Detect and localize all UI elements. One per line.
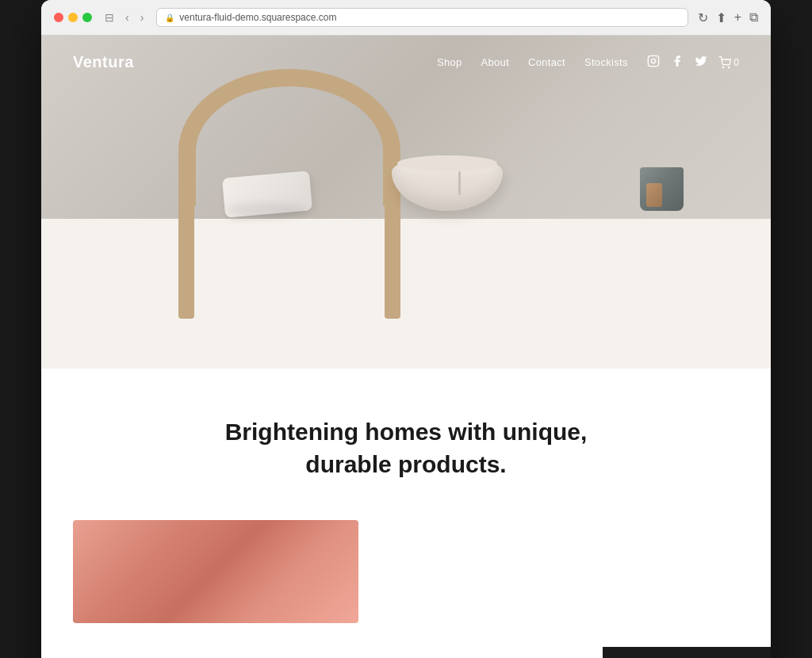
nav-stockists[interactable]: Stockists — [584, 56, 628, 68]
reload-button[interactable]: ↻ — [698, 10, 708, 25]
svg-point-1 — [651, 59, 655, 63]
browser-chrome: ⊟ ‹ › 🔒 ventura-fluid-demo.squarespace.c… — [41, 0, 771, 36]
minimize-button[interactable] — [68, 13, 78, 22]
browser-window: ⊟ ‹ › 🔒 ventura-fluid-demo.squarespace.c… — [41, 0, 771, 658]
mug-prop — [640, 167, 684, 219]
social-icons: 0 — [647, 55, 739, 70]
svg-point-4 — [728, 67, 729, 67]
website-content: Ventura Shop About Contact Stockists — [41, 36, 771, 658]
hero-section: Ventura Shop About Contact Stockists — [41, 36, 771, 369]
nav-about[interactable]: About — [481, 56, 509, 68]
forward-button[interactable]: › — [137, 10, 147, 25]
bowl-drip — [458, 171, 461, 195]
maximize-button[interactable] — [82, 13, 92, 22]
mug-body — [640, 167, 684, 211]
mug-accent — [646, 183, 662, 207]
squarespace-cta-button[interactable]: Create A Site Like This Free trial. Inst… — [603, 647, 771, 658]
product-image-pink — [73, 520, 358, 623]
cloth-prop — [224, 174, 319, 222]
windows-button[interactable]: ⧉ — [749, 10, 758, 25]
traffic-lights — [54, 13, 92, 22]
tagline: Brightening homes with unique, durable p… — [208, 416, 604, 480]
bowl-rim — [397, 155, 497, 171]
bowl-prop — [392, 155, 503, 219]
nav-contact[interactable]: Contact — [528, 56, 565, 68]
close-button[interactable] — [54, 13, 63, 22]
nav-shop[interactable]: Shop — [437, 56, 462, 68]
product-card-1[interactable] — [73, 520, 358, 623]
bowl-body — [392, 155, 503, 211]
chair-leg-left — [178, 194, 194, 319]
share-button[interactable]: ⬆ — [716, 10, 726, 25]
cart-icon[interactable]: 0 — [718, 55, 739, 69]
twitter-icon[interactable] — [695, 55, 707, 70]
site-header: Ventura Shop About Contact Stockists — [41, 36, 771, 89]
products-section — [41, 520, 771, 647]
address-bar[interactable]: 🔒 ventura-fluid-demo.squarespace.com — [156, 8, 688, 27]
back-button[interactable]: ‹ — [122, 10, 132, 25]
sidebar-toggle[interactable]: ⊟ — [102, 10, 117, 25]
instagram-icon[interactable] — [647, 55, 660, 70]
svg-point-3 — [722, 67, 723, 67]
site-nav: Shop About Contact Stockists — [437, 55, 739, 70]
featured-label: Featured — [546, 653, 587, 659]
url-display: ventura-fluid-demo.squarespace.com — [179, 12, 336, 23]
bottom-bar: Featured Create A Site Like This Free tr… — [41, 647, 771, 658]
browser-controls: ⊟ ‹ › — [102, 10, 147, 25]
tagline-section: Brightening homes with unique, durable p… — [41, 369, 771, 520]
facebook-icon[interactable] — [671, 55, 684, 70]
svg-rect-0 — [648, 55, 658, 66]
new-tab-button[interactable]: + — [734, 10, 741, 25]
cloth-shadow — [228, 202, 307, 218]
browser-actions: ↻ ⬆ + ⧉ — [698, 10, 758, 25]
svg-point-2 — [656, 58, 657, 59]
site-logo[interactable]: Ventura — [73, 53, 134, 71]
lock-icon: 🔒 — [165, 13, 174, 22]
